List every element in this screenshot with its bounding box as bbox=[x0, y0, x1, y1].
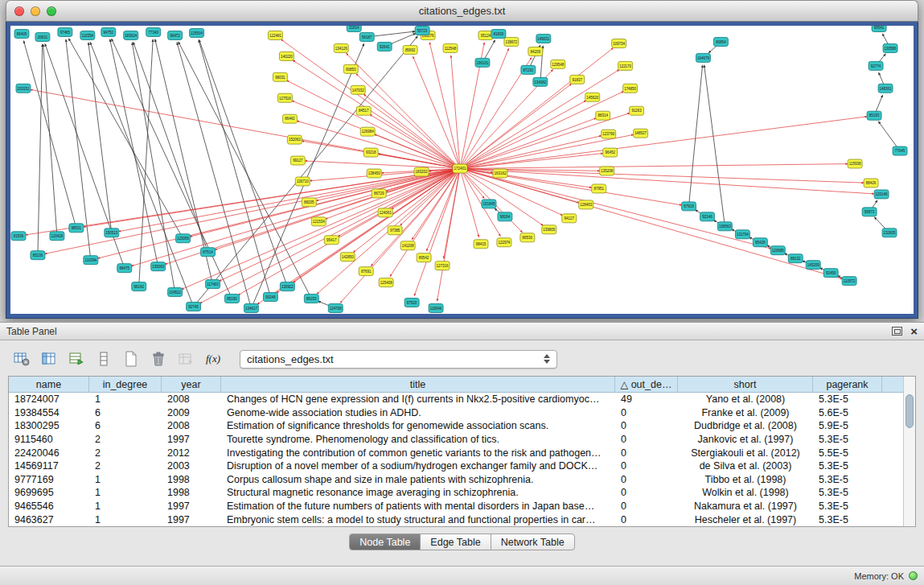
graph-node[interactable]: 112548 bbox=[443, 43, 458, 52]
citation-edge[interactable] bbox=[460, 118, 596, 169]
table-settings-button[interactable] bbox=[10, 348, 34, 369]
citation-edge[interactable] bbox=[460, 169, 563, 216]
citation-edge[interactable] bbox=[238, 169, 460, 295]
graph-node[interactable]: 130586 bbox=[883, 43, 897, 52]
graph-node[interactable]: 115938 bbox=[848, 159, 862, 168]
table-row[interactable]: 1872400712008Changes of HCN gene express… bbox=[9, 393, 903, 406]
edit-table-button[interactable] bbox=[64, 348, 88, 369]
graph-node[interactable]: 125408 bbox=[379, 278, 393, 287]
close-window-button[interactable] bbox=[14, 6, 24, 16]
graph-node[interactable]: 196101 bbox=[475, 58, 490, 67]
graph-node[interactable]: 95428 bbox=[753, 238, 767, 247]
table-row[interactable]: 2242004622012Investigating the contribut… bbox=[9, 446, 903, 459]
window-titlebar[interactable]: citations_edges.txt bbox=[6, 0, 918, 22]
graph-edge[interactable] bbox=[194, 36, 418, 307]
graph-edge[interactable] bbox=[90, 42, 193, 307]
tab-network-table[interactable]: Network Table bbox=[491, 534, 575, 550]
graph-node[interactable]: 123056 bbox=[176, 234, 191, 243]
graph-edge[interactable] bbox=[139, 39, 153, 286]
graph-node[interactable]: 110572 bbox=[842, 277, 856, 286]
citation-edge[interactable] bbox=[220, 169, 460, 282]
citation-edge[interactable] bbox=[119, 169, 460, 232]
graph-node[interactable]: 132605 bbox=[882, 229, 897, 237]
graph-node[interactable]: 131794 bbox=[735, 230, 749, 239]
graph-node[interactable]: 109734 bbox=[612, 39, 626, 47]
graph-node[interactable]: 148361 bbox=[878, 84, 893, 93]
graph-node[interactable]: 94752 bbox=[101, 27, 116, 36]
graph-node[interactable]: 31814 bbox=[347, 26, 361, 31]
graph-edge[interactable] bbox=[23, 41, 76, 229]
graph-node[interactable]: 145620 bbox=[585, 93, 600, 101]
graph-edge[interactable] bbox=[38, 44, 43, 255]
graph-node[interactable]: 127516 bbox=[277, 93, 292, 102]
column-header-out_de[interactable]: △ out_de… bbox=[615, 377, 678, 392]
graph-node[interactable]: 95417 bbox=[324, 236, 339, 245]
delete-button[interactable] bbox=[146, 348, 170, 369]
table-selector-dropdown[interactable]: citations_edges.txt bbox=[240, 350, 557, 369]
citation-edge[interactable] bbox=[460, 169, 771, 249]
graph-node[interactable]: 183202 bbox=[414, 167, 429, 176]
graph-node[interactable]: 97385 bbox=[388, 226, 402, 235]
table-row[interactable]: 946362711997Embryonic stem cells: a mode… bbox=[9, 513, 903, 526]
graph-node[interactable]: 136710 bbox=[295, 177, 310, 186]
graph-edge[interactable] bbox=[688, 65, 702, 207]
table-row[interactable]: 1456911722003Disruption of a novel membe… bbox=[9, 459, 903, 473]
citation-edge[interactable] bbox=[460, 169, 479, 237]
graph-node[interactable]: 90853 bbox=[343, 64, 358, 73]
graph-node[interactable]: 87951 bbox=[592, 184, 606, 193]
graph-node[interactable]: 130912 bbox=[280, 282, 294, 291]
graph-edge[interactable] bbox=[88, 43, 112, 233]
graph-edge[interactable] bbox=[68, 39, 183, 238]
citation-edge[interactable] bbox=[340, 169, 460, 303]
column-header-short[interactable]: short bbox=[678, 377, 813, 392]
graph-node[interactable]: 134617 bbox=[244, 304, 258, 313]
graph-node[interactable]: 128463 bbox=[579, 200, 593, 209]
graph-node[interactable]: 84209 bbox=[528, 47, 543, 56]
graph-node[interactable]: 98031 bbox=[273, 72, 287, 81]
row-height-button[interactable] bbox=[92, 348, 116, 369]
graph-node[interactable]: 120685 bbox=[770, 246, 785, 255]
graph-edge[interactable] bbox=[704, 65, 725, 227]
graph-node[interactable]: 85236 bbox=[31, 251, 45, 260]
graph-node[interactable]: 122170 bbox=[618, 61, 633, 70]
graph-node[interactable]: 90246 bbox=[263, 293, 277, 302]
table-row[interactable]: 977716911998Corpus callosum shape and si… bbox=[9, 473, 903, 487]
graph-node[interactable]: 145209 bbox=[806, 261, 820, 270]
graph-node[interactable]: 129548 bbox=[551, 60, 565, 68]
new-file-button[interactable] bbox=[119, 348, 143, 369]
graph-node[interactable]: 96142 bbox=[132, 282, 146, 291]
graph-node[interactable]: 183624 bbox=[124, 31, 138, 39]
graph-node[interactable]: 91837 bbox=[570, 75, 585, 84]
graph-node[interactable]: 135208 bbox=[600, 167, 614, 175]
citation-edge[interactable] bbox=[451, 56, 460, 169]
graph-node[interactable]: 97520 bbox=[405, 299, 419, 307]
graph-node[interactable]: 142850 bbox=[340, 253, 355, 262]
graph-node[interactable]: 80854 bbox=[713, 37, 728, 46]
graph-node[interactable]: 91263 bbox=[630, 106, 644, 115]
graph-node[interactable]: 93218 bbox=[363, 148, 378, 157]
graph-node[interactable]: 104522 bbox=[168, 288, 183, 297]
table-row[interactable]: 911546021997Tourette syndrome. Phenomeno… bbox=[9, 433, 903, 447]
graph-node[interactable]: 86729 bbox=[372, 189, 386, 198]
citation-edge[interactable] bbox=[363, 94, 460, 168]
citation-edge[interactable] bbox=[31, 89, 460, 168]
graph-node[interactable]: 134082 bbox=[533, 77, 548, 86]
show-columns-button[interactable] bbox=[37, 348, 61, 369]
zoom-window-button[interactable] bbox=[47, 6, 56, 16]
graph-node[interactable]: 148527 bbox=[634, 129, 648, 138]
graph-node[interactable]: 117403 bbox=[206, 280, 220, 289]
float-panel-icon[interactable] bbox=[892, 327, 902, 336]
citation-edge[interactable] bbox=[414, 169, 460, 296]
graph-node[interactable]: 98415 bbox=[474, 240, 488, 249]
graph-node[interactable]: 87691 bbox=[359, 267, 373, 276]
graph-node[interactable]: 122974 bbox=[497, 238, 511, 247]
citation-edge[interactable] bbox=[437, 169, 460, 302]
graph-node[interactable]: 152063 bbox=[287, 135, 302, 144]
graph-node[interactable]: 88205 bbox=[302, 198, 316, 207]
network-canvas[interactable]: 1724011224811402209803112751686442152063… bbox=[10, 26, 914, 314]
citation-edge[interactable] bbox=[460, 169, 843, 279]
table-row[interactable]: 1830029562008Estimation of significance … bbox=[9, 419, 903, 433]
tab-node-table[interactable]: Node Table bbox=[349, 534, 421, 550]
graph-node[interactable]: 92745 bbox=[187, 303, 201, 311]
graph-node[interactable]: 89542 bbox=[417, 253, 431, 262]
